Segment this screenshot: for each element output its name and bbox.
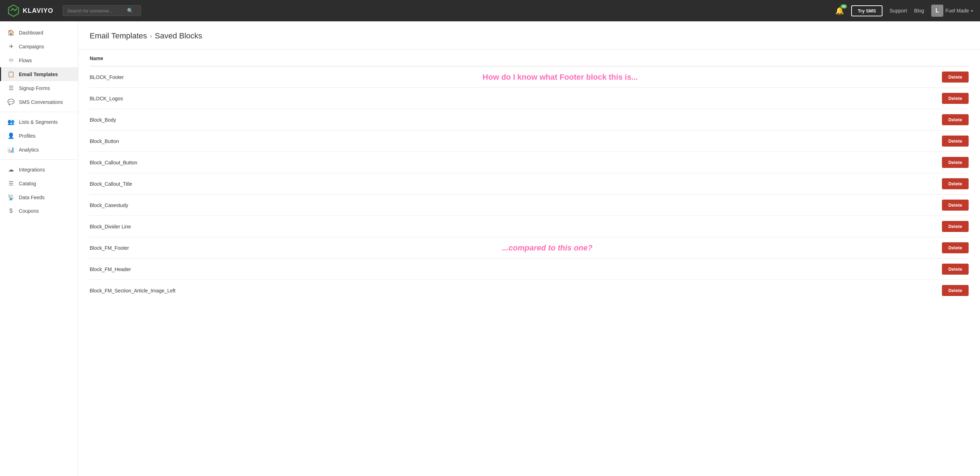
sidebar-label-profiles: Profiles (19, 133, 36, 139)
table-row: Block_Divider LineDelete (90, 216, 969, 237)
sms-conversations-icon: 💬 (8, 98, 14, 105)
coupons-icon: $ (8, 208, 14, 214)
data-feeds-icon: 📡 (8, 194, 14, 201)
notification-button[interactable]: 🔔 96 (835, 6, 844, 15)
table-body: BLOCK_FooterHow do I know what Footer bl… (90, 67, 969, 301)
delete-button[interactable]: Delete (942, 200, 969, 211)
sidebar-item-data-feeds[interactable]: 📡Data Feeds (0, 190, 78, 204)
notification-badge: 96 (840, 4, 847, 8)
delete-button[interactable]: Delete (942, 71, 969, 83)
sidebar-label-signup-forms: Signup Forms (19, 86, 50, 91)
row-name: Block_Callout_Button (90, 160, 942, 165)
support-link[interactable]: Support (889, 8, 907, 14)
user-company-label: Fuel Made (945, 8, 969, 14)
sidebar-label-integrations: Integrations (19, 167, 45, 173)
table-row: Block_FM_Section_Article_Image_LeftDelet… (90, 280, 969, 301)
delete-button[interactable]: Delete (942, 114, 969, 125)
sidebar-item-catalog[interactable]: ☰Catalog (0, 176, 78, 190)
top-navigation: KLAVIYO 🔍 🔔 96 Try SMS Support Blog L Fu… (0, 0, 980, 21)
row-name: Block_FM_Footer (90, 245, 942, 251)
app-layout: 🏠Dashboard✈Campaigns♾Flows📋Email Templat… (0, 21, 980, 476)
row-name: BLOCK_Logos (90, 96, 942, 102)
delete-button[interactable]: Delete (942, 285, 969, 296)
analytics-icon: 📊 (8, 146, 14, 153)
email-templates-icon: 📋 (8, 71, 14, 78)
breadcrumb-parent-link[interactable]: Email Templates (90, 31, 147, 41)
row-name: Block_Divider Line (90, 224, 942, 230)
sidebar: 🏠Dashboard✈Campaigns♾Flows📋Email Templat… (0, 21, 78, 476)
sidebar-divider (0, 112, 78, 112)
sidebar-item-analytics[interactable]: 📊Analytics (0, 143, 78, 157)
search-icon: 🔍 (127, 8, 133, 14)
signup-forms-icon: ☰ (8, 85, 14, 91)
table-row: Block_FM_HeaderDelete (90, 259, 969, 280)
row-name: Block_FM_Header (90, 267, 942, 272)
search-input[interactable] (67, 8, 124, 14)
search-bar[interactable]: 🔍 (63, 5, 141, 16)
table-row: Block_ButtonDelete (90, 130, 969, 152)
sidebar-label-catalog: Catalog (19, 181, 36, 186)
row-name: Block_Callout_Title (90, 181, 942, 187)
integrations-icon: ☁ (8, 166, 14, 173)
table-row: Block_Callout_TitleDelete (90, 173, 969, 195)
table-row: Block_CasestudyDelete (90, 195, 969, 216)
logo-text: KLAVIYO (23, 7, 53, 14)
main-content: Email Templates › Saved Blocks Name BLOC… (78, 21, 980, 476)
sidebar-label-flows: Flows (19, 58, 32, 63)
svg-marker-0 (8, 5, 19, 16)
table-section: Name BLOCK_FooterHow do I know what Foot… (78, 49, 980, 301)
sidebar-divider (0, 159, 78, 160)
sidebar-label-campaigns: Campaigns (19, 44, 44, 49)
avatar: L (931, 5, 943, 17)
sidebar-label-email-templates: Email Templates (19, 71, 58, 77)
column-header-name: Name (90, 56, 103, 61)
table-row: BLOCK_LogosDelete (90, 88, 969, 109)
table-row: BLOCK_FooterHow do I know what Footer bl… (90, 67, 969, 88)
nav-right-area: 🔔 96 Try SMS Support Blog L Fuel Made ▾ (835, 5, 973, 17)
table-header-row: Name (90, 49, 969, 67)
sidebar-label-dashboard: Dashboard (19, 30, 43, 36)
breadcrumb-section: Email Templates › Saved Blocks (78, 21, 980, 49)
row-name: Block_Body (90, 117, 942, 123)
sidebar-item-signup-forms[interactable]: ☰Signup Forms (0, 81, 78, 95)
delete-button[interactable]: Delete (942, 242, 969, 253)
row-name: BLOCK_Footer (90, 75, 942, 80)
sidebar-item-dashboard[interactable]: 🏠Dashboard (0, 25, 78, 40)
delete-button[interactable]: Delete (942, 178, 969, 189)
row-name: Block_Button (90, 138, 942, 144)
sidebar-label-sms-conversations: SMS Conversations (19, 99, 63, 105)
blog-link[interactable]: Blog (914, 8, 924, 14)
sidebar-item-profiles[interactable]: 👤Profiles (0, 129, 78, 143)
breadcrumb-current: Saved Blocks (155, 31, 202, 41)
table-row: Block_Callout_ButtonDelete (90, 152, 969, 173)
sidebar-label-data-feeds: Data Feeds (19, 195, 45, 200)
breadcrumb-arrow: › (150, 32, 152, 40)
sidebar-item-campaigns[interactable]: ✈Campaigns (0, 40, 78, 53)
user-menu[interactable]: L Fuel Made ▾ (931, 5, 973, 17)
delete-button[interactable]: Delete (942, 136, 969, 147)
sidebar-item-flows[interactable]: ♾Flows (0, 53, 78, 67)
lists-segments-icon: 👥 (8, 119, 14, 125)
sidebar-label-analytics: Analytics (19, 147, 39, 152)
table-row: Block_BodyDelete (90, 109, 969, 130)
logo-area[interactable]: KLAVIYO (7, 4, 57, 17)
sidebar-item-coupons[interactable]: $Coupons (0, 204, 78, 218)
try-sms-button[interactable]: Try SMS (851, 5, 882, 16)
profiles-icon: 👤 (8, 132, 14, 139)
delete-button[interactable]: Delete (942, 93, 969, 104)
delete-button[interactable]: Delete (942, 157, 969, 168)
chevron-down-icon: ▾ (971, 9, 973, 13)
sidebar-item-lists-segments[interactable]: 👥Lists & Segments (0, 115, 78, 129)
breadcrumb: Email Templates › Saved Blocks (90, 31, 969, 41)
dashboard-icon: 🏠 (8, 29, 14, 36)
sidebar-label-lists-segments: Lists & Segments (19, 119, 58, 125)
campaigns-icon: ✈ (8, 43, 14, 50)
delete-button[interactable]: Delete (942, 263, 969, 274)
delete-button[interactable]: Delete (942, 221, 969, 232)
klaviyo-logo-icon (7, 4, 20, 17)
table-row: Block_FM_Footer...compared to this one?D… (90, 237, 969, 259)
sidebar-item-sms-conversations[interactable]: 💬SMS Conversations (0, 95, 78, 109)
sidebar-item-email-templates[interactable]: 📋Email Templates (0, 67, 78, 81)
sidebar-item-integrations[interactable]: ☁Integrations (0, 163, 78, 176)
flows-icon: ♾ (8, 57, 14, 63)
